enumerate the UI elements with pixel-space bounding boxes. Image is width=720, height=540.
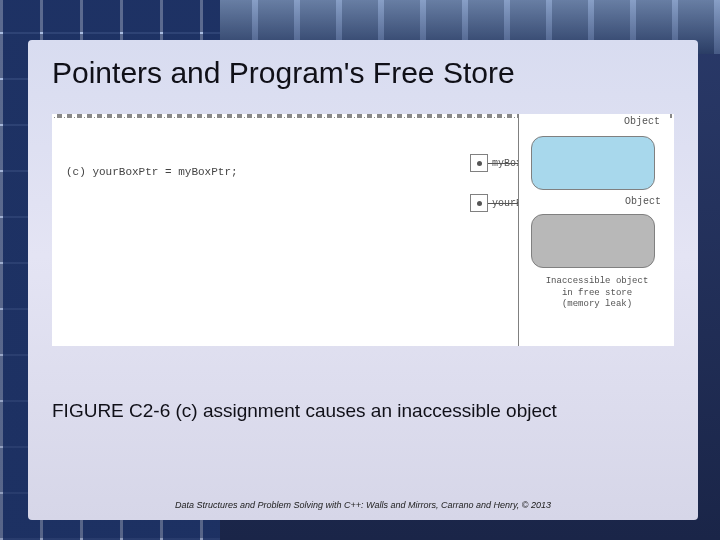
slide-body: Pointers and Program's Free Store (c) yo… [28, 40, 698, 520]
free-store-column: Object Object Inaccessible object in fre… [518, 114, 670, 346]
free-store-header: Object [624, 116, 660, 127]
pointer-box-myboxptr [470, 154, 488, 172]
leak-line-2: in free store [562, 288, 632, 298]
figure-illustration: (c) yourBoxPtr = myBoxPtr; myBoxPtr your… [52, 114, 674, 346]
figure-caption: FIGURE C2-6 (c) assignment causes an ina… [52, 400, 674, 422]
leak-line-3: (memory leak) [562, 299, 632, 309]
slide-title: Pointers and Program's Free Store [52, 56, 674, 90]
inaccessible-object [531, 214, 655, 268]
leak-line-1: Inaccessible object [546, 276, 649, 286]
code-part-label: (c) yourBoxPtr = myBoxPtr; [66, 166, 238, 178]
memory-leak-label: Inaccessible object in free store (memor… [537, 276, 657, 311]
accessible-object [531, 136, 655, 190]
accessible-object-label: Object [541, 196, 661, 207]
slide-footer: Data Structures and Problem Solving with… [28, 500, 698, 510]
pointer-box-yourboxptr [470, 194, 488, 212]
